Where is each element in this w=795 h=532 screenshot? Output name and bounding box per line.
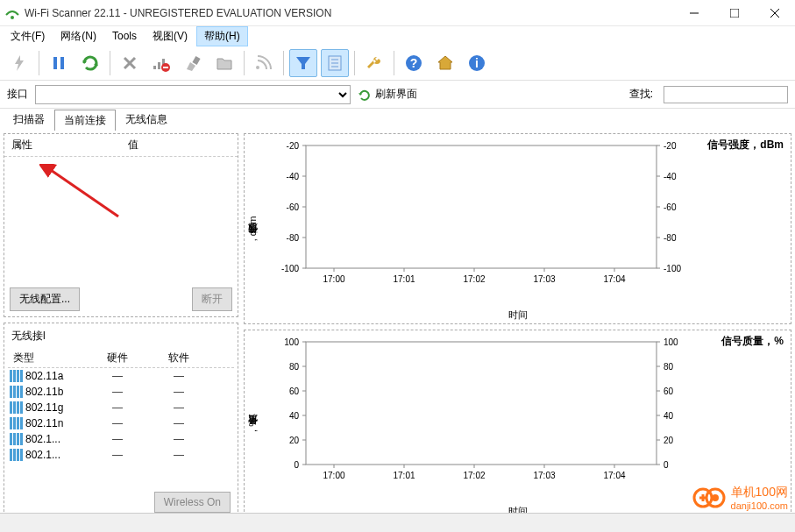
svg-line-23: [48, 168, 118, 216]
wireless-row[interactable]: 802.11g — —: [8, 400, 234, 415]
wl-type-label: 802.11g: [25, 401, 87, 414]
wireless-config-button[interactable]: 无线配置...: [10, 287, 80, 311]
svg-rect-24: [10, 370, 12, 382]
menu-network[interactable]: 网络(N): [53, 27, 103, 46]
svg-rect-32: [10, 401, 12, 414]
svg-rect-48: [306, 145, 657, 268]
minimize-button[interactable]: [674, 0, 714, 26]
prop-col-attr: 属性: [4, 138, 121, 153]
refresh-ui-button[interactable]: 刷新界面: [358, 87, 417, 102]
wifi-standard-icon: [10, 386, 24, 398]
svg-text:0: 0: [294, 460, 299, 470]
svg-rect-29: [13, 386, 16, 398]
chart1-xlabel: 时间: [508, 309, 528, 322]
svg-rect-41: [13, 433, 16, 445]
lightning-icon[interactable]: [5, 49, 33, 77]
prop-col-value: 值: [121, 138, 238, 153]
svg-rect-36: [10, 417, 12, 429]
svg-rect-44: [10, 449, 12, 461]
svg-rect-31: [20, 386, 23, 398]
svg-rect-79: [306, 342, 657, 465]
wl-type-label: 802.1...: [25, 449, 87, 461]
svg-rect-34: [17, 401, 19, 414]
wifi-standard-icon: [10, 449, 24, 461]
chart1-title: 信号强度，dBm: [707, 138, 784, 153]
menu-tools[interactable]: Tools: [105, 28, 144, 44]
wireless-row[interactable]: 802.11b — —: [8, 384, 234, 400]
wifi-standard-icon: [10, 370, 24, 382]
rss-icon[interactable]: [250, 49, 278, 77]
wl-hw-value: —: [87, 370, 148, 382]
statusbar: [0, 513, 795, 532]
wl-type-label: 802.1...: [25, 433, 87, 445]
chart2-svg: 10010080806060404020200017:0017:0117:021…: [271, 337, 700, 504]
wireless-row[interactable]: 802.11a — —: [8, 368, 234, 384]
brush-icon[interactable]: [179, 49, 207, 77]
svg-rect-35: [20, 401, 23, 414]
chart1-svg: -20-20-40-40-60-60-80-80-100-10017:0017:…: [271, 141, 700, 308]
folder-icon[interactable]: [210, 49, 238, 77]
tab-scanner[interactable]: 扫描器: [4, 109, 54, 130]
tab-bar: 扫描器 当前连接 无线信息: [0, 109, 795, 130]
toolbar: ? i: [0, 46, 795, 81]
wl-hw-value: —: [87, 417, 148, 429]
svg-rect-28: [10, 386, 12, 398]
svg-rect-30: [17, 386, 19, 398]
wl-sw-value: —: [148, 401, 209, 414]
menu-view[interactable]: 视图(V): [146, 27, 195, 46]
wl-type-label: 802.11b: [25, 386, 87, 398]
svg-text:80: 80: [664, 362, 674, 372]
chart2-ylabel: 信号质量, %: [246, 418, 259, 432]
wrench-icon[interactable]: [360, 49, 388, 77]
wl-col-type: 类型: [8, 351, 87, 365]
info-icon[interactable]: i: [463, 49, 491, 77]
svg-rect-40: [10, 433, 12, 445]
svg-rect-5: [53, 57, 57, 69]
watermark-name: 单机100网: [731, 485, 788, 500]
svg-text:17:02: 17:02: [463, 471, 485, 480]
maximize-button[interactable]: [714, 0, 755, 26]
svg-rect-37: [13, 417, 16, 429]
svg-text:80: 80: [289, 362, 300, 372]
help-icon[interactable]: ?: [400, 49, 428, 77]
search-input[interactable]: [664, 86, 788, 103]
content-area: 属性 值 无线配置... 断开 无线接l 类型 硬件 软件 802.11a: [0, 130, 795, 524]
refresh-small-icon: [358, 88, 372, 102]
annotation-arrow-icon: [39, 164, 127, 225]
interface-select[interactable]: [35, 85, 351, 104]
wireless-adapters-panel: 无线接l 类型 硬件 软件 802.11a — — 802.11b — — 80…: [4, 323, 238, 521]
svg-text:-20: -20: [287, 141, 300, 151]
close-button[interactable]: [755, 0, 795, 26]
filter-icon[interactable]: [289, 49, 317, 77]
svg-rect-6: [60, 57, 64, 69]
svg-text:17:03: 17:03: [533, 471, 555, 480]
svg-text:17:01: 17:01: [393, 471, 415, 480]
wireless-row[interactable]: 802.1... — —: [8, 447, 234, 463]
wl-sw-value: —: [148, 386, 209, 398]
home-icon[interactable]: [431, 49, 459, 77]
pause-icon[interactable]: [45, 49, 73, 77]
svg-text:-80: -80: [664, 233, 677, 243]
wl-sw-value: —: [148, 449, 209, 461]
wireless-row[interactable]: 802.11n — —: [8, 415, 234, 431]
svg-text:-60: -60: [664, 202, 677, 212]
wl-col-hw: 硬件: [87, 351, 148, 365]
svg-text:i: i: [475, 56, 479, 70]
svg-point-0: [11, 16, 14, 19]
notes-icon[interactable]: [321, 49, 349, 77]
wireless-on-button[interactable]: Wireless On: [154, 492, 231, 513]
tab-wireless-info[interactable]: 无线信息: [116, 109, 177, 130]
svg-text:17:02: 17:02: [463, 274, 485, 284]
delete-icon[interactable]: [116, 49, 144, 77]
menu-help[interactable]: 帮助(H): [196, 26, 248, 46]
watermark-logo-icon: [692, 486, 728, 510]
disconnect-button[interactable]: 断开: [192, 287, 232, 311]
wireless-row[interactable]: 802.1... — —: [8, 431, 234, 447]
menu-file[interactable]: 文件(F): [4, 27, 52, 46]
svg-text:-40: -40: [287, 172, 300, 181]
refresh-icon[interactable]: [76, 49, 104, 77]
svg-text:20: 20: [289, 436, 300, 445]
search-label: 查找:: [629, 87, 657, 102]
signal-remove-icon[interactable]: [147, 49, 175, 77]
tab-current-connection[interactable]: 当前连接: [54, 110, 116, 131]
